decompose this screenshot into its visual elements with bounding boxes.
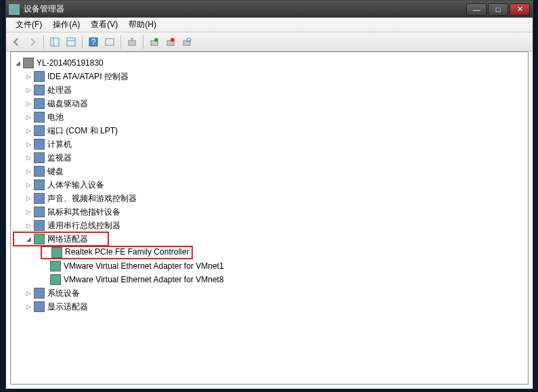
toolbar-separator (43, 35, 44, 49)
display-label: 显示适配器 (47, 301, 88, 313)
tree-item-cpu[interactable]: ▷ 处理器 (14, 83, 525, 97)
vmnet1-label: VMware Virtual Ethernet Adapter for VMne… (64, 261, 224, 271)
sound-label: 声音、视频和游戏控制器 (47, 193, 137, 204)
expander-icon[interactable]: ▷ (24, 208, 32, 216)
expander-icon[interactable]: ▷ (24, 181, 32, 189)
expander-icon[interactable]: ▷ (24, 289, 32, 297)
tree-item-sound[interactable]: ▷ 声音、视频和游戏控制器 (14, 192, 525, 205)
help-button[interactable]: ? (86, 35, 101, 49)
menu-file[interactable]: 文件(F) (10, 18, 47, 32)
toolbar-separator (143, 35, 143, 49)
expander-icon[interactable]: ▷ (24, 221, 32, 230)
expander-icon[interactable]: ◢ (24, 235, 32, 243)
tree-item-realtek[interactable]: Realtek PCIe FE Family Controller (14, 246, 525, 259)
svg-rect-0 (51, 38, 59, 46)
monitor-label: 监视器 (47, 152, 72, 164)
nav-back-button[interactable] (9, 35, 24, 49)
computer-cat-icon (34, 139, 45, 150)
nav-forward-button[interactable] (25, 35, 40, 49)
svg-point-11 (171, 38, 175, 42)
tree-item-usb[interactable]: ▷ 通用串行总线控制器 (14, 219, 525, 232)
tree-item-display[interactable]: ▷ 显示适配器 (14, 300, 525, 313)
window-buttons: — □ ✕ (465, 3, 530, 16)
tree-item-mouse[interactable]: ▷ 鼠标和其他指针设备 (14, 205, 525, 219)
show-hide-tree-button[interactable] (47, 35, 62, 49)
tree-item-network[interactable]: ◢ 网络适配器 (14, 232, 108, 246)
svg-rect-12 (183, 41, 190, 45)
svg-rect-7 (129, 41, 135, 45)
spacer (41, 262, 49, 270)
usb-label: 通用串行总线控制器 (47, 220, 120, 232)
update-driver-button[interactable] (125, 35, 139, 49)
expander-icon[interactable]: ▷ (24, 154, 32, 162)
expander-icon[interactable]: ▷ (24, 167, 32, 175)
window-title: 设备管理器 (24, 3, 465, 15)
vmnet8-label: VMware Virtual Ethernet Adapter for VMne… (64, 275, 224, 284)
network-icon (34, 234, 45, 244)
disk-label: 磁盘驱动器 (47, 98, 88, 110)
tree-item-battery[interactable]: ▷ 电池 (14, 110, 525, 124)
toolbar-separator (120, 35, 121, 49)
minimize-button[interactable]: — (466, 3, 487, 16)
nic-icon (50, 274, 61, 285)
expander-icon[interactable]: ▷ (24, 127, 32, 135)
titlebar[interactable]: 设备管理器 — □ ✕ (6, 1, 533, 18)
battery-label: 电池 (47, 112, 64, 123)
mouse-icon (34, 206, 45, 217)
spacer (41, 276, 49, 284)
scan-hardware-button[interactable] (179, 35, 194, 49)
tree-item-monitor[interactable]: ▷ 监视器 (14, 151, 525, 165)
tree-item-ports[interactable]: ▷ 端口 (COM 和 LPT) (14, 124, 525, 137)
tree-root[interactable]: ◢ YL-201405191830 (14, 56, 525, 70)
tree-item-hid[interactable]: ▷ 人体学输入设备 (14, 178, 525, 192)
svg-point-9 (154, 38, 158, 42)
display-icon (34, 301, 45, 312)
expander-icon[interactable]: ◢ (14, 59, 22, 67)
keyboard-label: 键盘 (47, 166, 64, 177)
toolbar: ? (6, 32, 533, 51)
expander-icon[interactable]: ▷ (24, 303, 32, 311)
disk-icon (34, 98, 45, 109)
expander-icon[interactable]: ▷ (24, 194, 32, 202)
hid-icon (34, 179, 45, 190)
spacer (42, 247, 50, 255)
ports-icon (34, 125, 45, 136)
hid-label: 人体学输入设备 (47, 179, 104, 191)
cpu-label: 处理器 (47, 85, 72, 96)
monitor-icon (34, 152, 45, 163)
nic-icon (51, 247, 62, 258)
system-icon (34, 288, 45, 299)
expander-icon[interactable]: ▷ (24, 113, 32, 121)
tree-item-computer[interactable]: ▷ 计算机 (14, 137, 525, 151)
menu-action[interactable]: 操作(A) (47, 18, 85, 32)
svg-text:?: ? (91, 37, 96, 47)
tree-item-ide[interactable]: ▷ IDE ATA/ATAPI 控制器 (14, 70, 525, 83)
menu-view[interactable]: 查看(V) (85, 18, 123, 32)
device-tree[interactable]: ◢ YL-201405191830 ▷ IDE ATA/ATAPI 控制器 ▷ … (10, 51, 529, 385)
properties-button[interactable] (64, 35, 79, 49)
action-button[interactable] (102, 35, 117, 49)
battery-icon (34, 112, 45, 123)
expander-icon[interactable]: ▷ (24, 100, 32, 108)
close-button[interactable]: ✕ (510, 3, 530, 16)
app-icon (9, 4, 20, 15)
menubar: 文件(F) 操作(A) 查看(V) 帮助(H) (6, 18, 533, 32)
uninstall-button[interactable] (147, 35, 162, 49)
sound-icon (34, 193, 45, 204)
keyboard-icon (34, 166, 45, 177)
expander-icon[interactable]: ▷ (24, 72, 32, 81)
tree-item-system[interactable]: ▷ 系统设备 (14, 286, 525, 300)
device-manager-window: 设备管理器 — □ ✕ 文件(F) 操作(A) 查看(V) 帮助(H) ? ◢ (5, 0, 533, 389)
expander-icon[interactable]: ▷ (24, 86, 32, 94)
svg-rect-6 (106, 39, 114, 45)
maximize-button[interactable]: □ (488, 3, 508, 16)
cpu-icon (34, 85, 45, 95)
tree-item-keyboard[interactable]: ▷ 键盘 (14, 165, 525, 178)
disable-button[interactable] (163, 35, 178, 49)
tree-item-disk[interactable]: ▷ 磁盘驱动器 (14, 97, 525, 110)
menu-help[interactable]: 帮助(H) (123, 18, 162, 32)
tree-item-vmnet1[interactable]: VMware Virtual Ethernet Adapter for VMne… (14, 259, 525, 273)
tree-item-vmnet8[interactable]: VMware Virtual Ethernet Adapter for VMne… (14, 273, 525, 286)
expander-icon[interactable]: ▷ (24, 140, 32, 148)
network-label: 网络适配器 (47, 234, 88, 245)
